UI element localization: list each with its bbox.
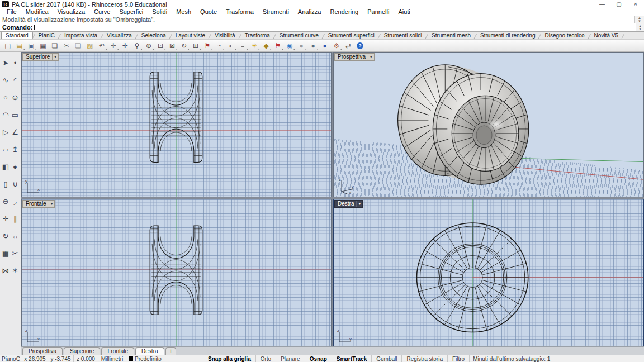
zoom-extents-icon[interactable]: ⊠ bbox=[167, 41, 178, 51]
viewport-frontale[interactable]: Frontale ▾ z x bbox=[21, 199, 332, 346]
print-icon[interactable]: ▦ bbox=[37, 41, 49, 51]
history-link-icon[interactable]: ⇄ bbox=[343, 41, 354, 51]
status-toggle[interactable]: Osnap bbox=[305, 355, 332, 362]
menu-item[interactable]: Analizza bbox=[293, 8, 326, 16]
menu-item[interactable]: Curve bbox=[89, 8, 115, 16]
command-spinner[interactable]: ▲ ▼ bbox=[636, 23, 644, 31]
named-view-icon[interactable]: ⚑ bbox=[202, 41, 213, 51]
toolbar-tab[interactable]: Layout viste bbox=[172, 32, 209, 39]
status-toggle[interactable]: Registra storia bbox=[402, 355, 447, 362]
toolbar-tab[interactable]: Visualizza bbox=[103, 32, 136, 39]
zoom-window-icon[interactable]: ⊡ bbox=[155, 41, 166, 51]
polyline-icon[interactable]: ∠ bbox=[11, 123, 20, 141]
toolbar-tab[interactable]: Strumenti solidi bbox=[380, 32, 426, 39]
toolbar-tab[interactable]: Strumenti mesh bbox=[428, 32, 475, 39]
viewport-tab[interactable]: + bbox=[165, 347, 177, 355]
select-icon[interactable]: ➤ bbox=[1, 54, 11, 72]
move-icon[interactable]: ✛ bbox=[1, 210, 11, 227]
array-icon[interactable]: ▦ bbox=[1, 245, 11, 262]
explode-icon[interactable]: ✶ bbox=[11, 262, 20, 279]
menu-item[interactable]: Trasforma bbox=[221, 8, 258, 16]
viewport-superiore[interactable]: Superiore ▾ y x bbox=[21, 52, 332, 197]
render-color-icon[interactable]: ◉ bbox=[284, 41, 295, 51]
viewport-destra[interactable]: Destra ▾ bbox=[333, 199, 644, 346]
polygon-icon[interactable]: ▷ bbox=[1, 123, 11, 141]
menu-item[interactable]: Solidi bbox=[148, 8, 172, 16]
command-scrollbar[interactable]: ▲ ▼ bbox=[634, 16, 644, 23]
viewport-title-prospettiva[interactable]: Prospettiva ▾ bbox=[334, 53, 375, 61]
shaded-mode-icon[interactable]: ◐ bbox=[225, 41, 236, 51]
menu-item[interactable]: Superfici bbox=[115, 8, 148, 16]
open-file-icon[interactable]: ▤ bbox=[14, 41, 25, 51]
status-toggle[interactable]: Snap alla griglia bbox=[203, 355, 256, 362]
viewport-menu-arrow-icon[interactable]: ▾ bbox=[356, 201, 361, 207]
copy-icon[interactable]: ∥ bbox=[11, 210, 20, 227]
units-indicator[interactable]: Millimetri bbox=[98, 355, 126, 362]
status-toggle[interactable]: SmartTrack bbox=[332, 355, 372, 362]
menu-item[interactable]: File bbox=[2, 8, 21, 16]
menu-item[interactable]: Pannelli bbox=[363, 8, 394, 16]
viewport-menu-arrow-icon[interactable]: ▾ bbox=[368, 54, 372, 60]
menu-item[interactable]: Strumenti bbox=[258, 8, 293, 16]
render-sphere-icon[interactable]: ● bbox=[307, 41, 319, 51]
lock-icon[interactable]: ◆ bbox=[261, 41, 272, 51]
toolbar-tab[interactable]: Strumenti di rendering bbox=[476, 32, 539, 39]
join-icon[interactable]: ⋈ bbox=[1, 262, 11, 279]
gear-icon[interactable]: ⚙ bbox=[331, 41, 342, 51]
viewport-prospettiva[interactable]: Prospettiva ▾ bbox=[333, 52, 644, 197]
toolbar-tab[interactable]: Trasforma bbox=[241, 32, 274, 39]
sphere-icon[interactable]: ● bbox=[11, 158, 20, 175]
menu-item[interactable]: Mesh bbox=[172, 8, 196, 16]
toolbar-tab[interactable]: Imposta vista bbox=[60, 32, 101, 39]
rotate-view-icon[interactable]: ↻ bbox=[178, 41, 190, 51]
viewport-title-superiore[interactable]: Superiore ▾ bbox=[22, 53, 59, 61]
toolbar-tab[interactable]: PianiC bbox=[35, 32, 59, 39]
toolbar-tab[interactable]: Novità V5 bbox=[590, 32, 622, 39]
help-icon[interactable]: ? bbox=[354, 41, 366, 51]
pan-icon[interactable]: ✛ bbox=[108, 41, 119, 51]
menu-item[interactable]: Quote bbox=[196, 8, 221, 16]
layer-indicator[interactable]: Predefinito bbox=[126, 355, 203, 362]
move-icon[interactable]: ✛ bbox=[120, 41, 131, 51]
toolbar-tab[interactable]: Visibilità bbox=[211, 32, 239, 39]
zoom-icon[interactable]: ⚲ bbox=[131, 41, 143, 51]
viewport-tab[interactable]: Prospettiva bbox=[22, 347, 63, 355]
viewport-title-frontale[interactable]: Frontale ▾ bbox=[22, 200, 55, 208]
close-button[interactable]: × bbox=[627, 0, 644, 8]
circle-icon[interactable]: ○ bbox=[1, 89, 11, 106]
boolean-union-icon[interactable]: ∪ bbox=[11, 175, 20, 193]
extrude-icon[interactable]: ↥ bbox=[11, 141, 20, 158]
maximize-button[interactable]: ▢ bbox=[610, 0, 627, 8]
viewport-title-destra[interactable]: Destra ▾ bbox=[334, 200, 363, 208]
minimize-button[interactable]: — bbox=[594, 0, 610, 8]
status-toggle[interactable]: Orto bbox=[256, 355, 276, 362]
zoom-dynamic-icon[interactable]: ⊕ bbox=[143, 41, 154, 51]
fillet-icon[interactable]: ◞ bbox=[11, 193, 20, 210]
wireframe-mode-icon[interactable]: ◔ bbox=[214, 41, 225, 51]
rotate-icon[interactable]: ↻ bbox=[1, 227, 11, 245]
viewport-tab[interactable]: Frontale bbox=[101, 347, 134, 355]
cplane-button[interactable]: PianoC bbox=[0, 355, 22, 362]
new-file-icon[interactable]: ▢ bbox=[2, 41, 13, 51]
trim-icon[interactable]: ✂ bbox=[11, 245, 20, 262]
viewport-tab[interactable]: Destra bbox=[135, 347, 164, 355]
toolbar-tab[interactable]: Seleziona bbox=[138, 32, 170, 39]
menu-item[interactable]: Visualizza bbox=[53, 8, 89, 16]
point-icon[interactable]: • bbox=[11, 54, 20, 72]
control-point-curve-icon[interactable]: ◜ bbox=[11, 72, 20, 89]
box-icon[interactable]: ◧ bbox=[1, 158, 11, 175]
light-icon[interactable]: ☀ bbox=[249, 41, 260, 51]
viewport-layout-icon[interactable]: ⊞ bbox=[190, 41, 201, 51]
toolbar-tab[interactable]: Disegno tecnico bbox=[541, 32, 588, 39]
undo-icon[interactable]: ↶ bbox=[96, 41, 107, 51]
render-flag-icon[interactable]: ⚑ bbox=[272, 41, 283, 51]
scale-icon[interactable]: ↔ bbox=[11, 227, 20, 245]
paste-special-icon[interactable]: ❏ bbox=[49, 41, 60, 51]
status-toggle[interactable]: Gumball bbox=[372, 355, 402, 362]
menu-item[interactable]: Aiuti bbox=[394, 8, 414, 16]
toolbar-tab[interactable]: Strumenti superfici bbox=[324, 32, 378, 39]
copy-icon[interactable]: ❏ bbox=[73, 41, 84, 51]
cut-icon[interactable]: ✂ bbox=[61, 41, 72, 51]
menu-item[interactable]: Modifica bbox=[21, 8, 53, 16]
ellipse-icon[interactable]: ⊜ bbox=[11, 89, 20, 106]
